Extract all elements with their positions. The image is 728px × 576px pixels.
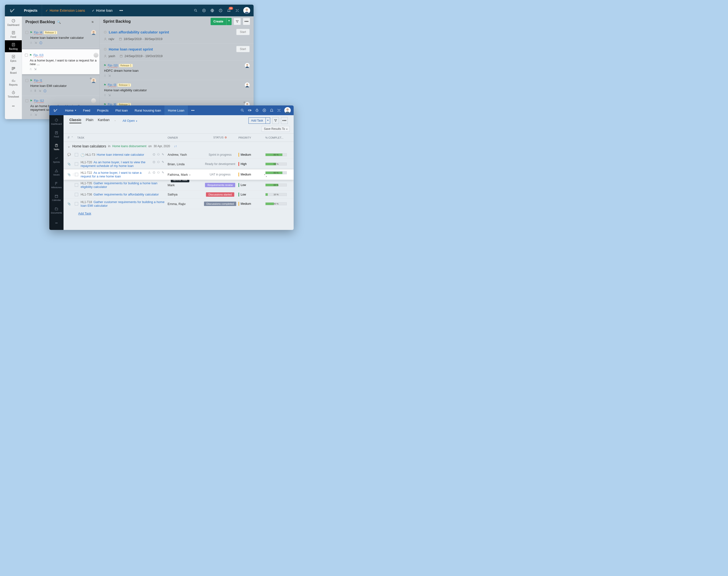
checkbox[interactable] — [25, 79, 28, 82]
nav-more[interactable]: ••• — [49, 217, 63, 229]
backlog-item[interactable]: ⚑Fjo- I13 As a home buyer, I want to rai… — [22, 49, 100, 74]
timer-icon[interactable] — [255, 108, 259, 112]
search-icon[interactable]: 🔍 — [57, 20, 61, 24]
app-logo[interactable] — [5, 8, 20, 13]
bell-icon[interactable] — [270, 108, 274, 112]
more-icon[interactable]: ••• — [243, 18, 250, 25]
task-row[interactable]: 💬🕑 HL1-T3Home loan interest rate calcula… — [63, 151, 294, 159]
nav-sprints[interactable]: Sprints — [49, 153, 63, 166]
task-status[interactable]: Requirements review — [202, 183, 238, 187]
user-icon[interactable]: ⚇ — [157, 171, 160, 174]
task-priority[interactable]: Medium — [238, 153, 265, 157]
sprint-item[interactable]: ⚑Fjo- I10Release 1 HDFC dream home loan … — [100, 60, 253, 80]
task-title[interactable]: Gather customer requirements for buildin… — [81, 200, 164, 207]
tools-icon[interactable] — [235, 8, 239, 13]
checkbox[interactable] — [75, 202, 78, 205]
tab-more[interactable]: ••• — [116, 5, 127, 16]
view-plain[interactable]: Plain — [86, 118, 93, 123]
task-status[interactable]: Discussions completed — [202, 202, 238, 206]
checkbox[interactable] — [75, 162, 78, 166]
nav-issues[interactable]: Issues — [49, 166, 63, 179]
nav-timesheet[interactable]: Timesheet — [5, 88, 22, 100]
task-row[interactable]: HL1-T36Gather requirements for affordabi… — [63, 191, 294, 199]
checkbox[interactable] — [75, 153, 78, 156]
col-owner[interactable]: OWNER — [168, 136, 202, 139]
caret-down-icon[interactable]: ▾ — [189, 174, 191, 176]
add-icon[interactable] — [202, 8, 206, 13]
nav-dashboard[interactable]: Dashboard — [49, 115, 63, 128]
hierarchy-icon[interactable]: ⌬ — [153, 153, 155, 156]
start-button[interactable]: Start — [236, 46, 250, 52]
edit-icon[interactable]: ✎ — [162, 171, 164, 174]
task-row[interactable]: 📎HL1-T18Gather customer requirements for… — [63, 199, 294, 209]
app-logo[interactable] — [49, 108, 61, 113]
nav-projects[interactable]: Projects — [20, 5, 42, 16]
backlog-item[interactable]: ⚑Fjo- I4Release 1 Home loan balance tran… — [22, 28, 100, 48]
section-project[interactable]: Home loans disbursement — [112, 144, 146, 148]
task-row[interactable]: 📎HL1-T20As an home buyer, I want to view… — [63, 159, 294, 169]
task-title[interactable]: Home loan interest rate calculator — [97, 153, 144, 156]
nav-home[interactable]: Home▾ — [61, 106, 80, 115]
add-icon[interactable] — [262, 108, 266, 112]
edit-icon[interactable]: ✎ — [162, 160, 164, 164]
backlog-item[interactable]: ⚑Fjo- I1⚙ Home loan EMI calculator ⎍8⇲ⓘ — [22, 76, 100, 96]
task-title[interactable]: Gather requirements for affordability ca… — [93, 193, 159, 196]
task-priority[interactable]: High — [238, 162, 265, 166]
user-icon[interactable]: ⚇ — [157, 160, 160, 164]
nav-feed[interactable]: Feed — [80, 106, 94, 115]
gamepad-icon[interactable] — [248, 108, 252, 112]
nav-projects[interactable]: Projects — [93, 106, 112, 115]
filter-icon[interactable] — [234, 18, 241, 25]
col-task[interactable]: TASK — [77, 136, 168, 139]
nav-documents[interactable]: Documents — [49, 204, 63, 217]
attachment-icon[interactable]: 📎 — [68, 163, 71, 166]
filter-icon[interactable] — [272, 117, 279, 124]
nav-milestones[interactable]: Milestones — [49, 179, 63, 191]
nav-feed[interactable]: Feed — [49, 128, 63, 141]
task-status[interactable]: UAT in progress — [202, 173, 238, 176]
checkbox[interactable] — [75, 183, 78, 187]
gear-icon[interactable]: ⚙ — [224, 136, 227, 139]
col-status[interactable]: STATUS⚙ — [202, 136, 238, 139]
more-icon[interactable]: ••• — [281, 117, 288, 124]
view-classic[interactable]: Classic — [70, 118, 81, 123]
attachment-icon[interactable]: 📎 — [68, 173, 71, 176]
checkbox[interactable] — [75, 193, 78, 196]
nav-reports[interactable]: Reports — [5, 76, 22, 88]
bell-icon[interactable]: 56 — [227, 8, 231, 13]
user-avatar[interactable] — [285, 107, 291, 114]
hierarchy-icon[interactable]: ⌬ — [153, 171, 155, 174]
nav-dashboard[interactable]: Dashboard — [5, 16, 22, 28]
expand-icon[interactable]: ⊙ — [104, 30, 107, 34]
checkbox[interactable] — [25, 54, 28, 57]
task-section[interactable]: ⌄ Home loan calculators in Home loans di… — [63, 142, 294, 151]
collapse-icon[interactable]: ⌃ — [71, 136, 73, 139]
nav-plot-loan[interactable]: Plot loan — [112, 106, 131, 115]
task-status[interactable]: Discussions started — [202, 192, 238, 197]
caret-down-icon[interactable]: ▾ — [266, 175, 267, 178]
task-status[interactable]: Ready for development — [202, 162, 238, 166]
nav-board[interactable]: Board — [5, 64, 22, 76]
col-priority[interactable]: PRIORITY — [238, 136, 265, 139]
task-priority[interactable]: Medium — [238, 202, 265, 206]
clock-icon[interactable] — [218, 8, 223, 13]
add-task-button[interactable]: Add Task — [248, 117, 266, 124]
search-icon[interactable] — [240, 108, 244, 112]
task-title[interactable]: Gather requirements for building a home … — [81, 181, 157, 189]
nav-backlog[interactable]: Backlog — [5, 40, 22, 52]
add-task-link[interactable]: Add Task — [63, 209, 106, 218]
filter-dropdown[interactable]: All Open ▾ — [123, 119, 138, 122]
hierarchy-icon[interactable]: ⌬ — [153, 160, 155, 164]
reorder-icon[interactable]: ⇵ — [68, 136, 70, 139]
sprint-item[interactable]: ⚑Fjo- I3Release 1 Home loan eligibility … — [100, 80, 253, 99]
task-priority[interactable]: Low — [238, 183, 265, 187]
edit-icon[interactable]: ✎ — [162, 153, 164, 156]
create-button[interactable]: Create — [211, 18, 226, 25]
user-avatar[interactable] — [243, 7, 250, 14]
checkbox[interactable] — [25, 31, 28, 34]
nav-home-loan[interactable]: Home Loan — [164, 106, 188, 115]
search-icon[interactable] — [193, 8, 198, 13]
save-results-dropdown[interactable]: Save Results To ▾ — [262, 126, 290, 132]
nav-epics[interactable]: Epics — [5, 52, 22, 64]
attachment-icon[interactable]: 📎 — [68, 202, 71, 205]
